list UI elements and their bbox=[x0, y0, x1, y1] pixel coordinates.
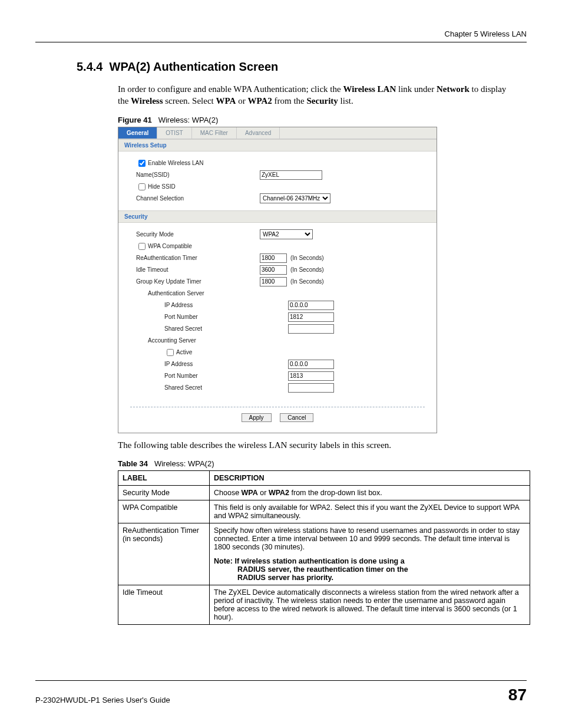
text: In order to configure and enable WPA Aut… bbox=[118, 84, 343, 94]
wpa-compat-checkbox[interactable] bbox=[138, 243, 146, 250]
cell-label: Idle Timeout bbox=[118, 585, 210, 624]
enable-wlan-row: Enable Wireless LAN bbox=[136, 158, 260, 169]
auth-ip-label: IP Address bbox=[136, 302, 288, 308]
channel-select[interactable]: Channel-06 2437MHz bbox=[260, 193, 330, 203]
section-title: WPA(2) Authentication Screen bbox=[110, 60, 279, 73]
security-mode-label: Security Mode bbox=[136, 231, 260, 238]
cancel-button[interactable]: Cancel bbox=[280, 413, 313, 422]
auth-port-label: Port Number bbox=[136, 314, 288, 320]
tab-bar: General OTIST MAC Filter Advanced bbox=[118, 127, 437, 139]
text: or bbox=[258, 489, 269, 497]
bold-text: WPA bbox=[216, 96, 236, 106]
section-wireless-setup: Wireless Setup bbox=[118, 139, 437, 151]
col-description: DESCRIPTION bbox=[210, 470, 530, 485]
seconds-suffix: (In Seconds) bbox=[290, 255, 324, 261]
auth-secret-input[interactable] bbox=[288, 324, 334, 334]
text: Specify how often wireless stations have… bbox=[214, 526, 520, 551]
auth-ip-input[interactable] bbox=[288, 301, 334, 310]
text: Choose bbox=[214, 489, 242, 497]
section-security: Security bbox=[118, 210, 437, 223]
enable-wlan-checkbox[interactable] bbox=[138, 160, 146, 167]
cell-desc: This field is only available for WPA2. S… bbox=[210, 500, 530, 523]
ssid-input[interactable] bbox=[260, 170, 322, 180]
ssid-label: Name(SSID) bbox=[136, 172, 260, 178]
note-line: RADIUS server, the reauthentication time… bbox=[214, 565, 525, 574]
acct-secret-label: Shared Secret bbox=[136, 384, 288, 391]
acct-active-row: Active bbox=[136, 347, 288, 358]
description-table: LABEL DESCRIPTION Security Mode Choose W… bbox=[118, 470, 530, 625]
groupkey-input[interactable] bbox=[260, 277, 287, 286]
tab-otist[interactable]: OTIST bbox=[157, 127, 191, 139]
table-title: Wireless: WPA(2) bbox=[154, 459, 214, 468]
bold-text: WPA bbox=[242, 489, 258, 497]
acct-active-label: Active bbox=[176, 348, 192, 355]
cell-desc: Specify how often wireless stations have… bbox=[210, 523, 530, 585]
hide-ssid-label: Hide SSID bbox=[148, 183, 176, 189]
auth-secret-label: Shared Secret bbox=[136, 325, 288, 332]
auth-port-input[interactable] bbox=[288, 312, 334, 322]
figure-title: Wireless: WPA(2) bbox=[158, 116, 219, 124]
bold-text: WPA2 bbox=[269, 489, 289, 497]
text: from the bbox=[272, 96, 307, 106]
page-number: 87 bbox=[508, 686, 527, 704]
table-row: ReAuthentication Timer (in seconds) Spec… bbox=[118, 523, 530, 585]
table-row: WPA Compatible This field is only availa… bbox=[118, 500, 530, 523]
wireless-config-screenshot: General OTIST MAC Filter Advanced Wirele… bbox=[118, 127, 437, 433]
acct-port-label: Port Number bbox=[136, 373, 288, 379]
acct-server-label: Accounting Server bbox=[136, 337, 272, 344]
text: from the drop-down list box. bbox=[289, 489, 382, 497]
bold-text: Wireless bbox=[131, 96, 163, 106]
section-heading: 5.4.4 WPA(2) Authentication Screen bbox=[35, 60, 527, 74]
bold-text: WPA2 bbox=[247, 96, 272, 106]
wpa-compat-label: WPA Compatible bbox=[148, 242, 192, 249]
figure-label: Figure 41 bbox=[118, 116, 152, 124]
header-rule bbox=[35, 42, 527, 42]
reauth-input[interactable] bbox=[260, 253, 287, 263]
table-row: Idle Timeout The ZyXEL Device automatica… bbox=[118, 585, 530, 624]
acct-active-checkbox[interactable] bbox=[167, 349, 174, 356]
text: link under bbox=[396, 84, 437, 94]
idle-label: Idle Timeout bbox=[136, 266, 260, 273]
button-row: Apply Cancel bbox=[130, 407, 425, 426]
hide-ssid-checkbox[interactable] bbox=[138, 183, 146, 190]
cell-desc: Choose WPA or WPA2 from the drop-down li… bbox=[210, 485, 530, 500]
auth-server-label: Authentication Server bbox=[136, 290, 272, 297]
cell-label: ReAuthentication Timer (in seconds) bbox=[118, 523, 210, 585]
table-caption: Table 34 Wireless: WPA(2) bbox=[35, 459, 527, 468]
section-number: 5.4.4 bbox=[77, 60, 103, 73]
channel-label: Channel Selection bbox=[136, 195, 260, 202]
footer-guide-name: P-2302HWUDL-P1 Series User's Guide bbox=[35, 696, 170, 704]
cell-label: Security Mode bbox=[118, 485, 210, 500]
tab-general[interactable]: General bbox=[118, 127, 157, 139]
wpa-compat-row: WPA Compatible bbox=[136, 241, 260, 252]
text: screen. Select bbox=[163, 96, 216, 106]
reauth-label: ReAuthentication Timer bbox=[136, 255, 260, 261]
seconds-suffix: (In Seconds) bbox=[290, 266, 324, 273]
idle-input[interactable] bbox=[260, 265, 287, 275]
acct-ip-input[interactable] bbox=[288, 360, 334, 369]
cell-label: WPA Compatible bbox=[118, 500, 210, 523]
seconds-suffix: (In Seconds) bbox=[290, 278, 324, 285]
table-label: Table 34 bbox=[118, 459, 148, 468]
note-line: Note: If wireless station authentication… bbox=[214, 557, 405, 565]
bold-text: Network bbox=[437, 84, 470, 94]
tab-advanced[interactable]: Advanced bbox=[237, 127, 280, 139]
acct-port-input[interactable] bbox=[288, 371, 334, 381]
enable-wlan-label: Enable Wireless LAN bbox=[148, 159, 203, 166]
text: list. bbox=[338, 96, 353, 106]
security-mode-select[interactable]: WPA2 bbox=[260, 229, 313, 239]
apply-button[interactable]: Apply bbox=[242, 413, 272, 422]
table-header-row: LABEL DESCRIPTION bbox=[118, 470, 530, 485]
intro-paragraph: In order to configure and enable WPA Aut… bbox=[35, 83, 527, 107]
note-line: RADIUS server has priority. bbox=[214, 574, 525, 582]
page-footer: P-2302HWUDL-P1 Series User's Guide 87 bbox=[35, 680, 527, 704]
tab-macfilter[interactable]: MAC Filter bbox=[192, 127, 237, 139]
acct-secret-input[interactable] bbox=[288, 383, 334, 393]
note-block: Note: If wireless station authentication… bbox=[214, 557, 525, 582]
table-row: Security Mode Choose WPA or WPA2 from th… bbox=[118, 485, 530, 500]
chapter-header: Chapter 5 Wireless LAN bbox=[35, 29, 527, 38]
footer-rule bbox=[35, 680, 527, 681]
acct-ip-label: IP Address bbox=[136, 361, 288, 367]
cell-desc: The ZyXEL Device automatically disconnec… bbox=[210, 585, 530, 624]
col-label: LABEL bbox=[118, 470, 210, 485]
